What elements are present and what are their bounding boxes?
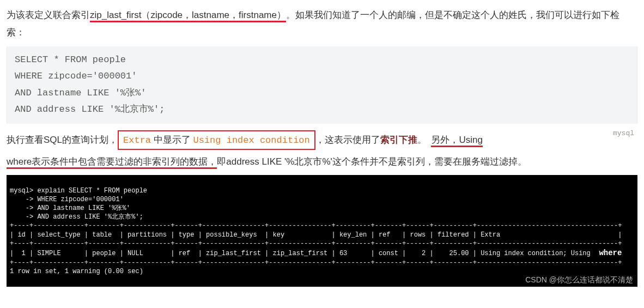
para2-b: ，这表示使用了 [315, 135, 380, 145]
term-row-main: | 1 | SIMPLE | people | NULL | ref | zip… [10, 250, 594, 257]
para1-pre: 为该表定义联合索引 [7, 10, 90, 20]
highlight-box: Extra 中显示了 Using index condition [118, 130, 315, 150]
index-definition: zip_last_first（zipcode，lastname，firstnam… [90, 10, 286, 22]
index-pushdown-term: 索引下推 [380, 135, 417, 145]
where-highlight: where [594, 249, 627, 257]
para2-trail: 另外，Using [431, 135, 482, 147]
term-sep1: +----+-------------+--------+-----------… [10, 222, 622, 230]
mysql-tag: mysql [613, 127, 634, 141]
term-row: | 1 | SIMPLE | people | NULL | ref | zip… [10, 250, 627, 257]
condition-keyword: Using index condition [193, 135, 310, 146]
term-cmd: mysql> explain SELECT * FROM people -> W… [10, 187, 147, 221]
para2-a: 执行查看SQL的查询计划， [7, 135, 118, 145]
csdn-watermark: CSDN @你怎么连话都说不清楚 [525, 275, 633, 285]
term-sep2: +----+-------------+--------+-----------… [10, 240, 622, 247]
paragraph-2: 执行查看SQL的查询计划，Extra 中显示了 Using index cond… [7, 130, 637, 150]
term-header: | id | select_type | table | partitions … [10, 231, 622, 239]
paragraph-3: where表示条件中包含需要过滤的非索引列的数据，即address LIKE '… [7, 153, 637, 171]
para3-underlined: where表示条件中包含需要过滤的非索引列的数据， [7, 156, 217, 169]
box-mid: 中显示了 [151, 135, 193, 145]
paragraph-1: 为该表定义联合索引zip_last_first（zipcode，lastname… [7, 7, 637, 42]
para3-rest: 即address LIKE '%北京市%'这个条件并不是索引列，需要在服务端过滤… [217, 156, 527, 167]
para2-c: 。 [417, 135, 427, 145]
term-footer: 1 row in set, 1 warning (0.00 sec) [10, 268, 143, 275]
extra-keyword: Extra [123, 135, 151, 146]
sql-code-block: SELECT * FROM people WHERE zipcode='0000… [7, 46, 637, 124]
term-sep3: +----+-------------+--------+-----------… [10, 259, 622, 267]
terminal-output: mysql> explain SELECT * FROM people -> W… [7, 175, 637, 287]
